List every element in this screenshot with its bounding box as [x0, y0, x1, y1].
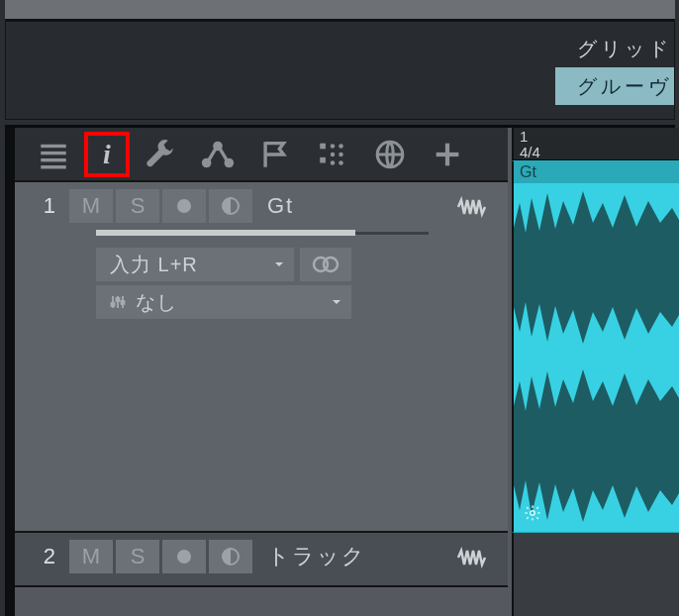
record-button[interactable] — [162, 189, 206, 223]
sliders-icon — [110, 294, 126, 310]
info-button[interactable]: i — [84, 132, 130, 177]
timeline-ruler[interactable]: 1 4/4 — [512, 128, 679, 160]
svg-point-9 — [331, 144, 336, 149]
chevron-down-icon — [330, 291, 343, 314]
monitor-button[interactable] — [209, 189, 252, 223]
track-number: 2 — [15, 544, 69, 569]
track-list: 1 M S Gt 入力 L+R — [15, 182, 508, 587]
clip-name: Gt — [514, 161, 679, 183]
solo-button[interactable]: S — [116, 189, 159, 223]
left-gutter — [5, 128, 15, 616]
mute-label: M — [82, 544, 100, 569]
volume-slider[interactable] — [96, 230, 355, 236]
waveform-icon[interactable] — [456, 196, 490, 222]
record-button[interactable] — [162, 540, 206, 573]
top-panel: グリッド グルーヴ — [5, 21, 675, 120]
volume-slider-track — [355, 232, 429, 235]
svg-point-28 — [177, 550, 191, 564]
arrange-area: 1 4/4 Gt — [512, 128, 679, 616]
automation-icon[interactable] — [189, 127, 246, 181]
track-toolbar: i — [15, 128, 508, 182]
mute-button[interactable]: M — [69, 189, 113, 223]
menu-icon[interactable] — [25, 127, 82, 181]
info-icon: i — [103, 139, 111, 170]
track-row[interactable]: 1 M S Gt 入力 L+R — [15, 182, 508, 533]
wrench-icon[interactable] — [132, 127, 189, 181]
chevron-down-icon — [272, 254, 286, 276]
plus-icon[interactable] — [419, 127, 476, 181]
tab-grid-label: グリッド — [577, 36, 672, 62]
input-dropdown[interactable]: 入力 L+R — [96, 248, 294, 281]
audio-clip[interactable]: Gt — [512, 160, 679, 533]
solo-label: S — [131, 544, 146, 569]
grid-dots-icon[interactable] — [304, 127, 361, 181]
solo-button[interactable]: S — [116, 540, 159, 573]
svg-point-10 — [339, 144, 343, 149]
mute-label: M — [82, 193, 100, 219]
track-name: トラック — [267, 542, 366, 571]
svg-point-31 — [531, 511, 535, 516]
track-name: Gt — [267, 193, 294, 219]
ruler-timesig: 4/4 — [520, 144, 540, 160]
gear-icon[interactable] — [524, 504, 541, 526]
svg-point-18 — [177, 199, 191, 213]
routing-dropdown[interactable]: なし — [96, 285, 351, 319]
svg-point-21 — [324, 257, 338, 271]
mute-button[interactable]: M — [69, 540, 113, 573]
svg-point-11 — [331, 152, 336, 156]
track-row[interactable]: 2 M S トラック — [15, 533, 508, 587]
svg-point-14 — [339, 160, 343, 165]
globe-icon[interactable] — [361, 127, 419, 181]
flag-icon[interactable] — [246, 127, 304, 181]
svg-point-13 — [331, 160, 336, 165]
window-titlebar — [5, 0, 675, 21]
tab-groove[interactable]: グルーヴ — [555, 67, 674, 105]
stereo-toggle[interactable] — [300, 248, 351, 281]
track-number: 1 — [15, 193, 69, 219]
svg-rect-8 — [320, 156, 326, 162]
main-area: i 1 M — [5, 125, 675, 616]
input-label: 入力 L+R — [110, 252, 198, 278]
svg-rect-7 — [320, 143, 326, 149]
tab-groove-label: グルーヴ — [577, 73, 672, 100]
svg-point-12 — [339, 152, 343, 156]
tab-grid[interactable]: グリッド — [555, 30, 674, 67]
clip-waveform — [514, 183, 679, 533]
waveform-icon[interactable] — [456, 547, 490, 572]
ruler-bar: 1 — [520, 128, 528, 145]
routing-label: なし — [136, 289, 177, 316]
svg-rect-25 — [112, 303, 115, 306]
svg-rect-27 — [122, 301, 125, 304]
svg-rect-26 — [117, 298, 120, 301]
solo-label: S — [131, 193, 146, 219]
arrange-empty[interactable] — [512, 533, 679, 616]
monitor-button[interactable] — [209, 540, 252, 573]
